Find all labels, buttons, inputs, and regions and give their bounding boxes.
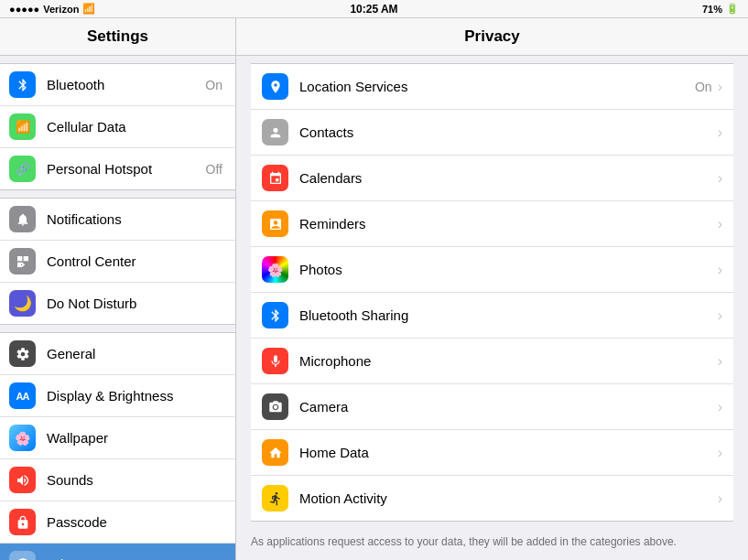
sidebar-title: Settings (0, 18, 235, 56)
camera-chevron: › (718, 399, 722, 415)
location-value: On (695, 80, 712, 94)
camera-label: Camera (299, 399, 718, 415)
do-not-disturb-icon: 🌙 (9, 290, 36, 317)
privacy-note-1: As applications request access to your d… (236, 529, 748, 557)
sidebar: Settings Bluetooth On 📶 Cellular Data 🔗 … (0, 18, 236, 560)
sidebar-item-wallpaper[interactable]: 🌸 Wallpaper (0, 417, 235, 459)
control-center-icon (9, 248, 36, 275)
wallpaper-label: Wallpaper (47, 430, 226, 446)
status-bar: ●●●●● Verizon 📶 10:25 AM 71% 🔋 (0, 0, 748, 18)
hotspot-value: Off (206, 162, 222, 177)
right-panel: Privacy Location Services On › Contacts … (236, 18, 748, 560)
cellular-label: Cellular Data (47, 119, 226, 135)
general-icon (9, 340, 36, 367)
sounds-label: Sounds (47, 472, 226, 488)
privacy-item-photos[interactable]: 🌸 Photos › (251, 247, 733, 293)
general-label: General (47, 346, 226, 361)
privacy-item-contacts[interactable]: Contacts › (251, 110, 733, 156)
sidebar-item-sounds[interactable]: Sounds (0, 459, 235, 501)
notifications-icon (9, 206, 36, 232)
wifi-icon: 📶 (82, 3, 95, 15)
calendars-label: Calendars (299, 170, 718, 186)
microphone-chevron: › (718, 353, 722, 370)
motion-chevron: › (718, 490, 722, 507)
privacy-item-bluetooth-sharing[interactable]: Bluetooth Sharing › (251, 293, 733, 339)
photos-chevron: › (718, 262, 722, 278)
home-data-icon (262, 439, 288, 466)
wallpaper-icon: 🌸 (9, 425, 36, 451)
hotspot-label: Personal Hotspot (47, 161, 206, 177)
status-right: 71% 🔋 (702, 3, 739, 15)
reminders-icon (262, 210, 288, 237)
sidebar-item-notifications[interactable]: Notifications (0, 199, 235, 241)
location-chevron: › (718, 79, 722, 95)
reminders-chevron: › (718, 216, 722, 232)
display-icon: AA (9, 382, 36, 409)
privacy-item-motion[interactable]: Motion Activity › (251, 476, 733, 521)
do-not-disturb-label: Do Not Disturb (47, 296, 226, 311)
home-data-chevron: › (718, 445, 722, 461)
contacts-label: Contacts (299, 124, 718, 140)
sidebar-section-1: Bluetooth On 📶 Cellular Data 🔗 Personal … (0, 63, 235, 190)
sidebar-item-do-not-disturb[interactable]: 🌙 Do Not Disturb (0, 283, 235, 324)
passcode-icon (9, 509, 36, 535)
bluetooth-value: On (205, 78, 222, 92)
contacts-icon (262, 119, 288, 145)
bluetooth-sharing-icon (262, 302, 288, 328)
display-label: Display & Brightness (47, 388, 226, 404)
calendars-chevron: › (718, 170, 722, 187)
time-display: 10:25 AM (350, 3, 397, 16)
hotspot-icon: 🔗 (9, 156, 36, 182)
notifications-label: Notifications (47, 211, 226, 227)
microphone-label: Microphone (299, 353, 718, 369)
privacy-item-calendars[interactable]: Calendars › (251, 156, 733, 201)
motion-label: Motion Activity (299, 490, 718, 506)
privacy-item-home-data[interactable]: Home Data › (251, 430, 733, 476)
reminders-label: Reminders (299, 216, 718, 232)
sidebar-item-privacy[interactable]: Privacy (0, 544, 235, 560)
calendars-icon (262, 165, 288, 191)
bluetooth-label: Bluetooth (47, 77, 205, 92)
privacy-item-reminders[interactable]: Reminders › (251, 201, 733, 247)
microphone-icon (262, 348, 288, 374)
bluetooth-icon (9, 71, 36, 98)
privacy-section-1: Location Services On › Contacts › Calend… (251, 63, 733, 522)
contacts-chevron: › (718, 124, 722, 141)
carrier-label: Verizon (43, 4, 79, 15)
sidebar-item-passcode[interactable]: Passcode (0, 501, 235, 544)
home-data-label: Home Data (299, 445, 718, 460)
motion-icon (262, 485, 288, 512)
sidebar-section-3: General AA Display & Brightness 🌸 Wallpa… (0, 332, 235, 560)
camera-icon (262, 393, 288, 420)
sidebar-item-cellular[interactable]: 📶 Cellular Data (0, 106, 235, 148)
sidebar-item-bluetooth[interactable]: Bluetooth On (0, 64, 235, 106)
control-center-label: Control Center (47, 253, 226, 269)
bluetooth-sharing-chevron: › (718, 307, 722, 324)
right-panel-title: Privacy (236, 18, 748, 56)
sidebar-item-hotspot[interactable]: 🔗 Personal Hotspot Off (0, 148, 235, 189)
battery-percent: 71% (702, 4, 722, 15)
sounds-icon (9, 467, 36, 493)
privacy-item-location[interactable]: Location Services On › (251, 64, 733, 110)
privacy-item-microphone[interactable]: Microphone › (251, 339, 733, 384)
location-services-icon (262, 73, 288, 100)
status-left: ●●●●● Verizon 📶 (9, 3, 95, 15)
main-container: Settings Bluetooth On 📶 Cellular Data 🔗 … (0, 18, 748, 560)
passcode-label: Passcode (47, 514, 226, 530)
sidebar-section-2: Notifications Control Center 🌙 Do Not Di… (0, 198, 235, 325)
photos-icon: 🌸 (262, 256, 288, 283)
battery-icon: 🔋 (726, 3, 739, 15)
privacy-label: Privacy (47, 556, 226, 560)
privacy-icon (9, 551, 36, 560)
sidebar-item-display[interactable]: AA Display & Brightness (0, 375, 235, 417)
sidebar-item-general[interactable]: General (0, 333, 235, 375)
photos-label: Photos (299, 262, 718, 277)
sidebar-item-control-center[interactable]: Control Center (0, 241, 235, 283)
privacy-item-camera[interactable]: Camera › (251, 384, 733, 430)
cellular-icon: 📶 (9, 113, 36, 140)
location-label: Location Services (299, 79, 695, 94)
signal-dots: ●●●●● (9, 4, 39, 15)
bluetooth-sharing-label: Bluetooth Sharing (299, 307, 718, 323)
